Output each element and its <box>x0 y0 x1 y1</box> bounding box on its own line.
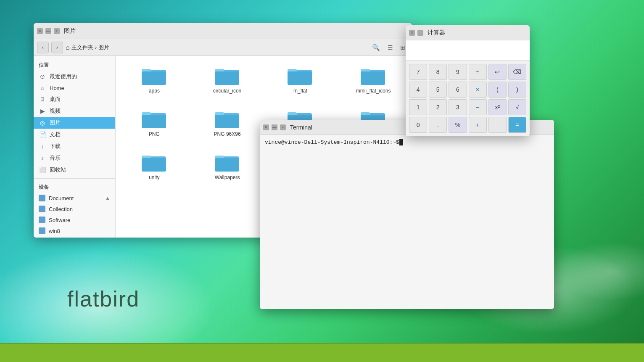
sidebar-item-desktop-label: 桌面 <box>50 95 61 103</box>
breadcrumb-current: 图片 <box>98 44 109 51</box>
file-item-apps[interactable]: apps <box>122 62 187 97</box>
calc-btn-1[interactable]: 1 <box>409 99 427 115</box>
file-item-wallpapers[interactable]: Wallpapers <box>195 149 260 184</box>
calc-btn-backspace[interactable]: ⌫ <box>508 64 526 80</box>
calc-btn-4[interactable]: 4 <box>409 82 427 98</box>
calculator-window: × — 计算器 7 8 9 ÷ ↩ ⌫ 4 5 6 × ( ) 1 2 3 − <box>406 25 530 136</box>
calc-btn-close-paren[interactable]: ) <box>508 82 526 98</box>
places-section-label: 位置 <box>34 59 115 71</box>
file-manager-minimize-button[interactable]: — <box>45 28 51 34</box>
folder-icon-circular-icon <box>215 66 240 86</box>
sidebar-item-software[interactable]: Software <box>34 214 115 225</box>
home-icon: ⌂ <box>39 85 46 91</box>
calc-btn-divide[interactable]: ÷ <box>469 64 487 80</box>
sidebar-item-recent[interactable]: ⊙ 最近使用的 <box>34 71 115 82</box>
calculator-title: 计算器 <box>428 29 445 37</box>
terminal-window: × — + Terminal vince@vince-Dell-System-I… <box>260 120 554 309</box>
svg-rect-17 <box>215 115 239 128</box>
terminal-window-controls: × — + <box>263 124 286 130</box>
file-item-m-flat[interactable]: m_flat <box>268 62 333 97</box>
calc-btn-plus[interactable]: + <box>469 117 487 133</box>
svg-rect-11 <box>361 71 385 85</box>
sidebar-item-desktop[interactable]: 🖥 桌面 <box>34 93 115 105</box>
calc-btn-multiply[interactable]: × <box>469 82 487 98</box>
sidebar-item-document-device[interactable]: Document ▲ <box>34 193 115 203</box>
sidebar-item-collection[interactable]: Collection <box>34 203 115 214</box>
sidebar-item-downloads[interactable]: ↓ 下载 <box>34 140 115 152</box>
breadcrumb-home-label[interactable]: 主文件夹 <box>71 44 93 51</box>
calculator-close-button[interactable]: × <box>409 30 415 36</box>
file-manager-back-button[interactable]: ‹ <box>37 42 49 53</box>
file-item-circular-icon[interactable]: circular_icon <box>195 62 260 97</box>
file-manager-search-button[interactable]: 🔍 <box>370 42 382 53</box>
terminal-close-button[interactable]: × <box>263 124 269 130</box>
file-label-wallpapers: Wallpapers <box>215 174 240 180</box>
documents-icon: 📄 <box>39 131 46 138</box>
file-manager-close-button[interactable]: × <box>37 28 43 34</box>
taskbar <box>0 343 644 362</box>
calc-btn-open-paren[interactable]: ( <box>488 82 507 98</box>
file-item-png-96x96[interactable]: PNG 96X96 <box>195 106 260 140</box>
file-label-apps: apps <box>149 88 160 94</box>
calculator-body: 7 8 9 ÷ ↩ ⌫ 4 5 6 × ( ) 1 2 3 − x² √ 0 .… <box>406 61 530 136</box>
terminal-body[interactable]: vince@vince-Dell-System-Inspiron-N4110:~… <box>260 135 554 309</box>
sidebar-item-documents-label: 文档 <box>50 131 61 138</box>
calc-btn-undo[interactable]: ↩ <box>488 64 507 80</box>
sidebar-item-trash[interactable]: ⬜ 回收站 <box>34 164 115 176</box>
calc-btn-7[interactable]: 7 <box>409 64 427 80</box>
file-item-unity[interactable]: unity <box>122 149 187 184</box>
sidebar-item-home[interactable]: ⌂ Home <box>34 82 115 93</box>
calculator-minimize-button[interactable]: — <box>417 30 423 36</box>
pictures-icon: ◎ <box>39 119 46 126</box>
file-item-png[interactable]: PNG <box>122 106 187 140</box>
calc-btn-dot[interactable]: . <box>429 117 447 133</box>
calc-btn-2[interactable]: 2 <box>429 99 447 115</box>
calc-btn-5[interactable]: 5 <box>429 82 447 98</box>
calc-btn-sqrt[interactable]: √ <box>508 99 526 115</box>
sidebar-item-music[interactable]: ♪ 音乐 <box>34 152 115 164</box>
calc-btn-square[interactable]: x² <box>488 99 507 115</box>
flatbird-logo: flatbird <box>67 286 140 312</box>
calc-btn-8[interactable]: 8 <box>429 64 447 80</box>
sidebar-item-win8[interactable]: win8 <box>34 225 115 236</box>
sidebar-item-trash-label: 回收站 <box>50 166 66 174</box>
file-manager-forward-button[interactable]: › <box>51 42 63 53</box>
recent-icon: ⊙ <box>39 73 46 80</box>
sidebar-item-documents[interactable]: 📄 文档 <box>34 129 115 140</box>
sidebar-item-home-label: Home <box>50 85 64 91</box>
calc-btn-percent[interactable]: % <box>449 117 467 133</box>
terminal-prompt: vince@vince-Dell-System-Inspiron-N4110:~… <box>265 139 399 145</box>
folder-icon-wallpapers <box>215 152 240 172</box>
calc-btn-minus[interactable]: − <box>469 99 487 115</box>
file-item-mmii-flat-icons[interactable]: mmii_flat_icons <box>341 62 406 97</box>
folder-icon-m-flat <box>288 66 313 86</box>
devices-section-label: 设备 <box>34 181 115 193</box>
video-icon: ▶ <box>39 108 46 114</box>
calc-btn-3[interactable]: 3 <box>449 99 467 115</box>
eject-button[interactable]: ▲ <box>105 195 110 201</box>
svg-rect-2 <box>142 71 166 85</box>
folder-icon-mmii-flat-icons <box>361 66 386 86</box>
calc-btn-6[interactable]: 6 <box>449 82 467 98</box>
file-manager-maximize-button[interactable]: + <box>54 28 60 34</box>
svg-rect-29 <box>215 158 239 172</box>
document-device-icon <box>39 195 45 201</box>
terminal-minimize-button[interactable]: — <box>272 124 277 130</box>
folder-icon-png-96x96 <box>215 109 240 129</box>
calc-btn-9[interactable]: 9 <box>449 64 467 80</box>
list-view-button[interactable]: ☰ <box>384 42 396 53</box>
folder-icon-apps <box>142 66 167 86</box>
sidebar-item-pictures[interactable]: ◎ 图片 <box>34 117 115 129</box>
calculator-titlebar: × — 计算器 <box>406 25 530 40</box>
breadcrumb-separator: › <box>95 44 97 50</box>
svg-rect-5 <box>215 71 239 85</box>
music-icon: ♪ <box>39 155 46 161</box>
terminal-maximize-button[interactable]: + <box>280 124 286 130</box>
sidebar-item-system[interactable]: system <box>34 236 115 238</box>
calc-btn-equals[interactable]: = <box>508 117 526 133</box>
sidebar-item-pictures-label: 图片 <box>50 119 61 127</box>
calculator-button-grid: 7 8 9 ÷ ↩ ⌫ 4 5 6 × ( ) 1 2 3 − x² √ 0 .… <box>409 64 526 133</box>
sidebar-item-videos[interactable]: ▶ 视频 <box>34 105 115 117</box>
calc-btn-0[interactable]: 0 <box>409 117 427 133</box>
terminal-cursor <box>399 139 403 145</box>
